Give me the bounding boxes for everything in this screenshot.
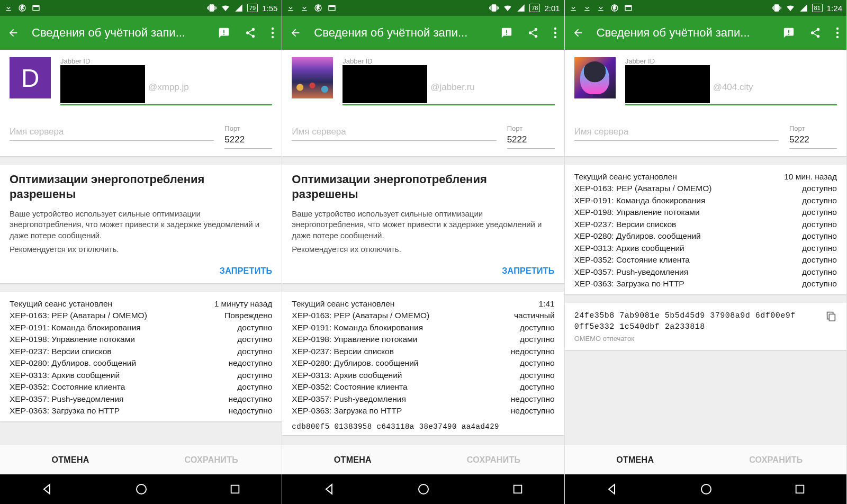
prohibit-button[interactable]: ЗАПРЕТИТЬ (10, 258, 272, 276)
cancel-button[interactable]: ОТМЕНА (282, 445, 423, 474)
svg-point-12 (554, 32, 556, 34)
announcement-icon[interactable] (218, 27, 230, 39)
window-icon (32, 4, 40, 12)
server-field[interactable]: Имя сервера (292, 124, 496, 149)
nav-back-icon[interactable] (41, 483, 53, 496)
port-field[interactable]: Порт 5222 (789, 124, 837, 149)
svg-rect-7 (231, 485, 239, 493)
svg-point-5 (272, 36, 274, 38)
jabber-id-field[interactable]: @xmpp.jp (60, 65, 272, 105)
nav-bar (0, 474, 282, 504)
xep-row: XEP-0363: Загрузка по HTTPнедоступно (10, 405, 272, 417)
nav-bar (282, 474, 564, 504)
account-card: Jabber ID @404.city Имя сервера Порт 522… (565, 50, 846, 156)
download-icon (286, 4, 295, 12)
phone-2: 78 2:01 Сведения об учётной запи... Jabb… (282, 0, 564, 504)
xep-row: XEP-0191: Команда блокированиядоступно (292, 322, 554, 334)
xep-row: XEP-0237: Версии списковдоступно (10, 346, 272, 357)
xep-card: Текущий сеанс установлен10 мин. назад XE… (565, 165, 846, 294)
svg-rect-24 (796, 485, 804, 493)
svg-point-19 (836, 28, 839, 30)
cancel-button[interactable]: ОТМЕНА (565, 445, 706, 474)
signal-icon (235, 4, 243, 12)
jabber-id-field[interactable]: @jabber.ru (343, 65, 554, 105)
xep-row: XEP-0357: Push-уведомлениянедоступно (10, 393, 272, 405)
port-label: Порт (507, 124, 555, 132)
back-icon[interactable] (7, 27, 19, 39)
jabber-domain: @404.city (713, 82, 753, 103)
optimization-body-2: Рекомендуется их отключить. (292, 244, 554, 255)
avatar[interactable] (292, 57, 333, 98)
nav-recent-icon[interactable] (794, 483, 806, 495)
xep-row: XEP-0237: Версии списковдоступно (574, 219, 837, 230)
download-icon (597, 4, 605, 12)
phone-3: 81 1:24 Сведения об учётной запи... Jabb… (565, 0, 847, 504)
cancel-button[interactable]: ОТМЕНА (0, 445, 141, 474)
avatar[interactable] (574, 57, 616, 98)
server-placeholder: Имя сервера (292, 124, 496, 141)
nav-home-icon[interactable] (700, 483, 713, 496)
prohibit-button[interactable]: ЗАПРЕТИТЬ (292, 258, 554, 276)
nav-recent-icon[interactable] (229, 483, 241, 495)
wifi-icon (503, 3, 512, 13)
copy-button[interactable] (825, 310, 837, 324)
wifi-icon (221, 3, 230, 13)
firefox-icon (314, 4, 322, 12)
server-field[interactable]: Имя сервера (574, 124, 779, 149)
server-field[interactable]: Имя сервера (10, 124, 214, 149)
nav-recent-icon[interactable] (512, 483, 524, 495)
back-icon[interactable] (572, 27, 584, 39)
action-bar: Сведения об учётной запи... (0, 16, 282, 50)
copy-icon (825, 310, 837, 322)
svg-rect-22 (829, 314, 835, 321)
more-icon[interactable] (554, 27, 557, 39)
xep-row: XEP-0198: Управление потокамидоступно (574, 206, 837, 218)
more-icon[interactable] (836, 27, 839, 39)
share-icon[interactable] (527, 27, 539, 39)
nav-back-icon[interactable] (323, 483, 336, 496)
svg-point-20 (836, 32, 839, 34)
content: Jabber ID @404.city Имя сервера Порт 522… (565, 50, 846, 445)
port-field[interactable]: Порт 5222 (507, 124, 555, 149)
optimization-title: Оптимизации энергопотребления разрешены (10, 172, 272, 201)
jabber-domain: @jabber.ru (430, 82, 474, 103)
download-icon (300, 4, 309, 12)
nav-home-icon[interactable] (135, 483, 148, 496)
announcement-icon[interactable] (783, 27, 795, 39)
xep-row: XEP-0357: Push-уведомлениянедоступно (292, 393, 554, 405)
share-icon[interactable] (245, 27, 256, 39)
more-icon[interactable] (271, 27, 274, 39)
save-button[interactable]: СОХРАНИТЬ (706, 445, 846, 474)
nav-bar (565, 474, 846, 504)
share-icon[interactable] (809, 27, 821, 39)
optimization-body-1: Ваше устройство использует сильные оптим… (292, 209, 554, 241)
xep-row: XEP-0280: Дублиров. сообщенийдоступно (574, 230, 837, 242)
battery-level: 78 (529, 4, 540, 12)
window-icon (624, 4, 633, 12)
announcement-icon[interactable] (501, 27, 512, 39)
svg-point-21 (836, 36, 839, 38)
action-bar: Сведения об учётной запи... (565, 16, 846, 50)
port-label: Порт (224, 124, 272, 132)
server-placeholder: Имя сервера (10, 124, 214, 141)
signal-icon (799, 4, 808, 12)
svg-point-3 (272, 28, 274, 30)
xep-row: XEP-0357: Push-уведомлениядоступно (574, 266, 837, 278)
save-button[interactable]: СОХРАНИТЬ (424, 445, 564, 474)
svg-point-6 (137, 484, 146, 494)
save-button[interactable]: СОХРАНИТЬ (141, 445, 282, 474)
omemo-fingerprint: 24fe35b8 7ab9081e 5b5d45d9 37908a9d 6df0… (574, 310, 818, 321)
back-icon[interactable] (290, 27, 301, 39)
avatar[interactable]: D (10, 57, 51, 98)
xep-row: XEP-0163: PEP (Аватары / OMEMO)доступно (574, 183, 837, 194)
firefox-icon (610, 4, 619, 12)
nav-back-icon[interactable] (606, 483, 618, 496)
account-card: Jabber ID @jabber.ru Имя сервера Порт 52… (282, 50, 564, 156)
status-bar: 78 2:01 (282, 0, 564, 16)
port-field[interactable]: Порт 5222 (224, 124, 272, 149)
nav-home-icon[interactable] (417, 483, 430, 496)
svg-point-14 (419, 484, 428, 494)
content: D Jabber ID @xmpp.jp Имя сервера Порт 52… (0, 50, 282, 445)
jabber-id-field[interactable]: @404.city (625, 65, 837, 105)
omemo-label: OMEMO отпечаток (574, 335, 818, 343)
